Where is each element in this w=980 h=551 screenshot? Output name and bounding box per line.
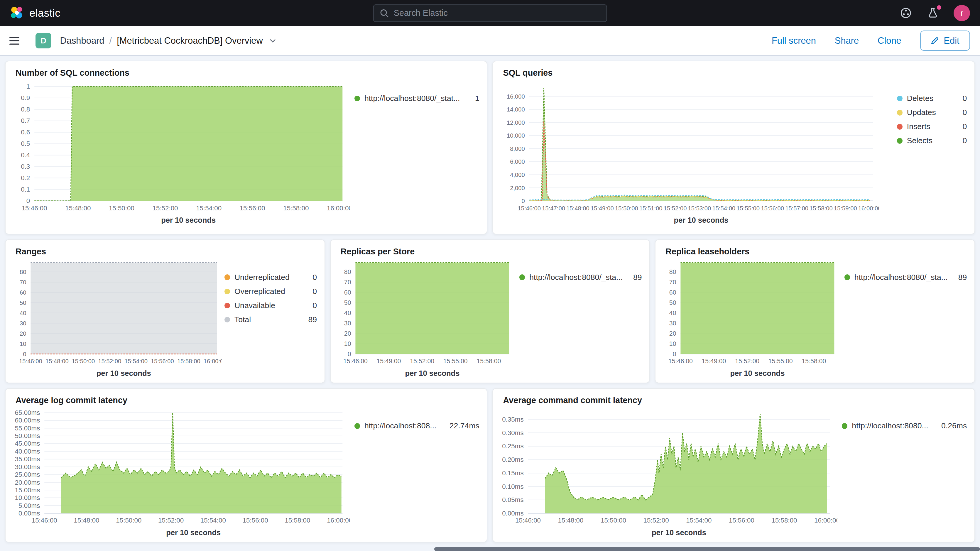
panel-title[interactable]: Average command commit latency [493, 389, 974, 405]
series-value: 0 [955, 122, 967, 131]
share-button[interactable]: Share [835, 35, 859, 46]
chart-legend: http://localhost:8080/_stat... 1 [355, 78, 479, 103]
svg-text:8,000: 8,000 [510, 145, 525, 152]
legend-item: Underreplicated 0 [224, 273, 317, 282]
user-avatar[interactable]: r [954, 5, 970, 21]
svg-text:4,000: 4,000 [510, 172, 525, 178]
series-value: 89 [301, 315, 317, 324]
svg-text:30.00ms: 30.00ms [15, 463, 40, 471]
svg-text:15:50:00: 15:50:00 [72, 358, 95, 365]
hamburger-menu-icon[interactable] [0, 26, 29, 55]
search-input[interactable]: Search Elastic [373, 5, 607, 22]
svg-text:0.10ms: 0.10ms [502, 483, 523, 490]
svg-text:0.30ms: 0.30ms [502, 429, 523, 436]
panel-title[interactable]: Ranges [6, 240, 325, 256]
series-label: http://localhost:8080/_sta... [854, 273, 948, 282]
chart-legend: http://localhost:8080/_sta... 89 [519, 256, 642, 282]
svg-text:15:52:00: 15:52:00 [410, 358, 434, 365]
full-screen-button[interactable]: Full screen [772, 35, 816, 46]
svg-text:80: 80 [20, 269, 26, 275]
series-value: 89 [951, 273, 967, 282]
sql-queries-line-chart[interactable]: 02,0004,0006,0008,00010,00012,00014,0001… [497, 78, 879, 226]
panel-title[interactable]: SQL queries [493, 61, 974, 78]
help-icon[interactable] [900, 7, 912, 19]
series-value: 22.74ms [442, 421, 479, 430]
breadcrumb-dashboard-link[interactable]: Dashboard [60, 35, 104, 46]
elastic-logo-icon [10, 6, 24, 20]
svg-text:15:50:00: 15:50:00 [615, 205, 638, 212]
svg-text:15:52:00: 15:52:00 [664, 205, 687, 212]
sql-connections-area-chart[interactable]: 00.10.20.30.40.50.60.70.80.9115:46:0015:… [10, 78, 350, 226]
replicas-per-store-area-chart[interactable]: 0102030405060708015:46:0015:49:0015:52:0… [334, 256, 515, 379]
panel-title[interactable]: Replicas per Store [331, 240, 650, 256]
chevron-down-icon[interactable] [269, 37, 277, 45]
replica-leaseholders-area-chart[interactable]: 0102030405060708015:46:0015:49:0015:52:0… [659, 256, 841, 379]
svg-text:15:46:00: 15:46:00 [515, 517, 541, 524]
svg-text:0.4: 0.4 [21, 151, 30, 159]
svg-text:12,000: 12,000 [507, 119, 525, 126]
svg-text:15:58:00: 15:58:00 [810, 205, 833, 212]
svg-text:15:56:00: 15:56:00 [729, 517, 754, 524]
top-navigation-bar: elastic Search Elastic r [0, 0, 980, 26]
edit-button[interactable]: Edit [920, 30, 970, 51]
svg-text:15:58:00: 15:58:00 [802, 358, 826, 365]
svg-text:16:00:00: 16:00:00 [204, 358, 222, 365]
series-color-dot [224, 289, 230, 294]
series-color-dot [224, 274, 230, 280]
legend-item: Inserts 0 [897, 122, 967, 131]
notification-dot [937, 5, 941, 10]
panel-title[interactable]: Number of SQL connections [6, 61, 487, 78]
svg-text:20: 20 [669, 330, 676, 337]
ranges-area-chart[interactable]: 0102030405060708015:46:0015:48:0015:50:0… [10, 256, 222, 379]
horizontal-scrollbar[interactable] [434, 547, 980, 548]
space-badge[interactable]: D [35, 33, 51, 48]
svg-text:15:46:00: 15:46:00 [32, 517, 57, 524]
legend-item: http://localhost:808... 22.74ms [355, 421, 479, 430]
svg-text:0.00ms: 0.00ms [19, 510, 40, 517]
labs-flask-icon[interactable] [927, 7, 939, 19]
svg-text:15:48:00: 15:48:00 [566, 205, 589, 212]
svg-text:15:56:00: 15:56:00 [239, 204, 265, 212]
svg-text:16,000: 16,000 [507, 93, 525, 100]
breadcrumb: Dashboard / [Metricbeat CockroachDB] Ove… [60, 35, 277, 46]
clone-button[interactable]: Clone [878, 35, 901, 46]
svg-text:50.00ms: 50.00ms [15, 432, 40, 440]
svg-text:40.00ms: 40.00ms [15, 448, 40, 455]
svg-text:10,000: 10,000 [507, 132, 525, 139]
series-label: Deletes [907, 94, 933, 103]
series-label: Updates [907, 108, 936, 117]
svg-text:0.20ms: 0.20ms [502, 456, 523, 463]
chart-legend: http://localhost:808... 22.74ms [355, 405, 479, 430]
series-color-dot [355, 423, 360, 428]
page-title: [Metricbeat CockroachDB] Overview [117, 35, 263, 46]
svg-text:16:00:00: 16:00:00 [814, 517, 837, 524]
command-commit-latency-area-chart[interactable]: 0.00ms0.05ms0.10ms0.15ms0.20ms0.25ms0.30… [497, 405, 837, 538]
svg-text:0.8: 0.8 [21, 106, 30, 113]
svg-text:0.1: 0.1 [21, 186, 30, 193]
svg-text:15:55:00: 15:55:00 [443, 358, 468, 365]
svg-text:15:46:00: 15:46:00 [518, 205, 541, 212]
svg-text:15:52:00: 15:52:00 [152, 204, 178, 212]
svg-text:15:48:00: 15:48:00 [558, 517, 584, 524]
elastic-logo[interactable]: elastic [10, 6, 60, 20]
svg-text:15:58:00: 15:58:00 [283, 204, 309, 212]
svg-text:per 10 seconds: per 10 seconds [730, 369, 784, 377]
panel-title[interactable]: Average log commit latency [6, 389, 487, 405]
log-commit-latency-area-chart[interactable]: 0.00ms5.00ms10.00ms15.00ms20.00ms25.00ms… [10, 405, 350, 538]
svg-text:15:54:00: 15:54:00 [686, 517, 712, 524]
svg-text:0.6: 0.6 [21, 129, 30, 136]
panel-title[interactable]: Replica leaseholders [655, 240, 974, 256]
svg-text:15:56:00: 15:56:00 [761, 205, 784, 212]
svg-text:70: 70 [344, 279, 351, 286]
svg-text:60.00ms: 60.00ms [15, 417, 40, 424]
svg-text:16:00:00: 16:00:00 [327, 204, 350, 212]
series-value: 1 [468, 94, 479, 103]
series-label: http://localhost:8080... [852, 421, 928, 430]
svg-text:0: 0 [23, 351, 26, 357]
panel-ranges: Ranges 0102030405060708015:46:0015:48:00… [5, 239, 325, 383]
svg-text:15:52:00: 15:52:00 [158, 517, 184, 524]
series-label: http://localhost:8080/_sta... [529, 273, 623, 282]
svg-text:0: 0 [26, 197, 30, 204]
svg-text:70: 70 [669, 279, 676, 286]
svg-text:0.7: 0.7 [21, 117, 30, 124]
